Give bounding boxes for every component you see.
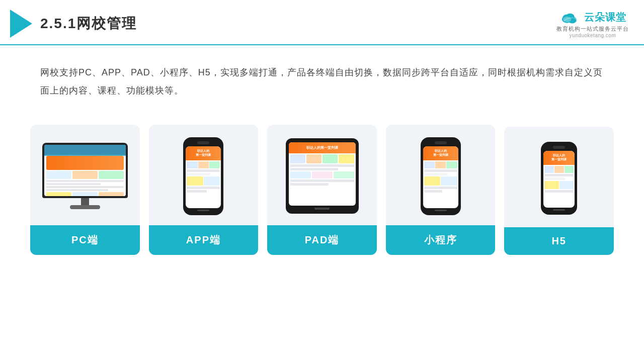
pad-image-area: 职达人的第一堂判课 [267,125,377,225]
pad-tablet-icon: 职达人的第一堂判课 [286,138,359,214]
logo-triangle-icon [10,10,32,38]
miniapp-screen: 职达人的第一堂判课 [423,146,458,208]
phone-screen: 职达人的第一堂判课 [186,146,221,208]
header: 2.5.1网校管理 云朵课堂 教育机构一站式服务云平台 yunduoketang… [0,0,644,45]
brand-name: 云朵课堂 [584,11,626,24]
tablet-home-bar [314,208,330,210]
h5-screen-text: 职达人的第一堂判课 [551,154,567,162]
phone-screen-text: 职达人的第一堂判课 [196,149,211,157]
page-title: 2.5.1网校管理 [40,14,137,33]
miniapp-screen-text: 职达人的第一堂判课 [433,149,448,157]
brand-tagline: 教育机构一站式服务云平台 [556,25,629,33]
device-cards-container: PC端 职达人的第一堂判课 [0,115,644,270]
app-label: APP端 [149,225,259,255]
cloud-logo: 云朵课堂 [559,9,626,25]
app-image-area: 职达人的第一堂判课 [149,125,259,225]
h5-notch [553,146,565,149]
svg-point-4 [563,17,571,22]
h5-card: 职达人的第一堂判课 [504,127,614,255]
h5-phone-icon: 职达人的第一堂判课 [541,142,577,215]
h5-home-bar [553,209,565,211]
miniapp-notch [435,141,447,144]
miniapp-home-bar [435,210,447,211]
miniapp-label: 小程序 [386,225,496,255]
miniapp-card: 职达人的第一堂判课 [386,125,496,255]
app-card: 职达人的第一堂判课 [149,125,259,255]
pc-label: PC端 [30,225,140,255]
cloud-icon [559,9,581,25]
pad-card: 职达人的第一堂判课 [267,125,377,255]
app-phone-icon: 职达人的第一堂判课 [183,137,223,215]
miniapp-phone-icon: 职达人的第一堂判课 [421,137,461,215]
h5-screen: 职达人的第一堂判课 [543,151,575,208]
h5-image-area: 职达人的第一堂判课 [504,127,614,227]
brand-logo: 云朵课堂 教育机构一站式服务云平台 yunduoketang.com [556,9,629,38]
header-left: 2.5.1网校管理 [10,10,137,38]
miniapp-image-area: 职达人的第一堂判课 [386,125,496,225]
h5-label: H5 [504,227,614,255]
tablet-screen-header: 职达人的第一堂判课 [289,142,356,153]
phone-home-bar [197,210,209,211]
pad-label: PAD端 [267,225,377,255]
pc-card: PC端 [30,125,140,255]
tablet-screen: 职达人的第一堂判课 [289,142,356,206]
brand-url: yunduoketang.com [570,33,616,38]
phone-notch [197,141,209,144]
pc-monitor-icon [42,143,128,209]
description-text: 网校支持PC、APP、PAD、小程序、H5，实现多端打通，产品各终端自由切换，数… [0,45,644,110]
pc-image-area [30,125,140,225]
